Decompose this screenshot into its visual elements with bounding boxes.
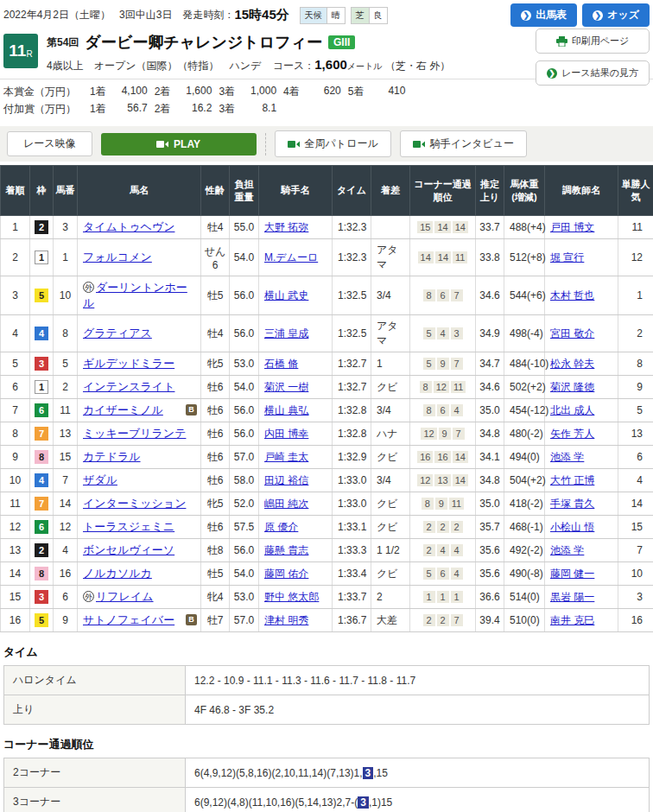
horse-name-link[interactable]: 外リフレイム xyxy=(83,590,154,603)
trainer-link[interactable]: 菊沢 隆徳 xyxy=(550,381,594,393)
trainer-link[interactable]: 戸田 博文 xyxy=(550,221,594,233)
foreign-bred-mark: 外 xyxy=(83,282,94,293)
body-weight: 510(0) xyxy=(504,609,545,632)
horse-name-link[interactable]: ザダル xyxy=(83,473,117,486)
horse-number: 16 xyxy=(54,562,78,586)
corner-order: 222 xyxy=(410,516,476,539)
finish-position: 4 xyxy=(1,315,30,352)
margin: クビ xyxy=(371,516,410,539)
horse-name-link[interactable]: フォルコメン xyxy=(83,251,152,263)
result-row: 8 7 13 ミッキーブリランテ 牡6 56.0 内田 博幸 1:32.8 ハナ… xyxy=(1,422,653,446)
horse-name-link[interactable]: カイザーミノル xyxy=(83,403,163,416)
finish-position: 13 xyxy=(1,539,30,562)
bracket-number: 5 xyxy=(35,289,48,302)
margin: 大差 xyxy=(371,609,410,632)
results-header-row: 着順 枠 馬番 馬名 性齢 負担重量 騎手名 タイム 着差 コーナー通過順位 推… xyxy=(1,166,653,216)
odds-button-label: オッズ xyxy=(607,8,639,22)
bracket-number: 4 xyxy=(35,473,48,487)
corner-order: 121314 xyxy=(410,469,476,492)
corner-order: 543 xyxy=(410,315,476,352)
trainer-link[interactable]: 宮田 敬介 xyxy=(550,327,594,339)
jockey-link[interactable]: 戸崎 圭太 xyxy=(264,451,308,463)
horse-name-link[interactable]: グラティアス xyxy=(83,327,152,339)
corner-order: 8911 xyxy=(410,492,476,516)
trainer-link[interactable]: 松永 幹夫 xyxy=(550,358,594,370)
jockey-link[interactable]: 菊沢 一樹 xyxy=(264,381,308,393)
time-section-title: タイム xyxy=(3,644,650,660)
finish-position: 15 xyxy=(1,586,30,609)
horse-name-link[interactable]: ミッキーブリランテ xyxy=(83,427,186,440)
trainer-link[interactable]: 池添 学 xyxy=(550,451,584,463)
horse-name-link[interactable]: インテンスライト xyxy=(83,380,174,393)
body-weight: 512(+8) xyxy=(504,239,545,276)
print-page-button[interactable]: 印刷用ページ xyxy=(536,29,650,54)
prize-item: 4着620 xyxy=(276,85,341,99)
carried-weight: 53.0 xyxy=(230,352,259,376)
trainer-link[interactable]: 大竹 正博 xyxy=(550,474,594,486)
trainer-link[interactable]: 藤岡 健一 xyxy=(550,568,594,580)
patrol-video-button[interactable]: 全周パトロール xyxy=(275,130,391,157)
race-conditions: 4歳以上 オープン（国際）（特指） ハンデ コース：1,600メートル （芝・右… xyxy=(47,57,450,79)
jockey-interview-button[interactable]: 騎手インタビュー xyxy=(400,130,527,157)
jockey-link[interactable]: 野中 悠太郎 xyxy=(264,591,319,603)
horse-name-link[interactable]: トーラスジェミニ xyxy=(83,520,174,533)
horse-number: 5 xyxy=(54,352,78,376)
video-bar: レース映像 PLAY 全周パトロール 騎手インタビュー xyxy=(0,126,653,162)
turf-condition-badge: 芝 良 xyxy=(351,7,388,24)
trainer-link[interactable]: 池添 学 xyxy=(550,544,584,556)
jockey-link[interactable]: 藤懸 貴志 xyxy=(264,544,308,556)
jockey-link[interactable]: 大野 拓弥 xyxy=(264,221,308,233)
bracket-number: 4 xyxy=(35,327,48,340)
bracket-number: 5 xyxy=(35,613,48,627)
horse-name-link[interactable]: タイムトゥヘヴン xyxy=(83,220,174,233)
jockey-link[interactable]: 横山 典弘 xyxy=(264,404,308,416)
jockey-link[interactable]: 藤岡 佑介 xyxy=(264,568,308,580)
meeting-day: 3回中山3日 xyxy=(119,8,172,22)
entries-button[interactable]: ❯ 出馬表 xyxy=(510,3,577,27)
horse-name-link[interactable]: サトノフェイバー xyxy=(83,613,174,626)
jockey-link[interactable]: 田辺 裕信 xyxy=(264,474,308,486)
sex-age: 牝4 xyxy=(201,586,230,609)
body-weight: 468(-1) xyxy=(504,516,545,539)
body-weight: 492(-2) xyxy=(504,539,545,562)
horse-name-link[interactable]: ボンセルヴィーソ xyxy=(83,543,174,556)
jockey-link[interactable]: 嶋田 純次 xyxy=(264,498,308,510)
sex-age: 牡4 xyxy=(201,315,230,352)
jockey-link[interactable]: M.デムーロ xyxy=(264,251,318,263)
trainer-link[interactable]: 堀 宣行 xyxy=(550,251,584,263)
sex-age: 牝5 xyxy=(201,492,230,516)
time-row-label: 上り xyxy=(4,695,186,725)
jockey-link[interactable]: 石橋 脩 xyxy=(264,358,298,370)
horse-name-link[interactable]: 外ダーリントンホール xyxy=(83,281,187,309)
trainer-link[interactable]: 南井 克巳 xyxy=(550,614,594,626)
win-popularity: 15 xyxy=(618,516,653,539)
jockey-link[interactable]: 原 優介 xyxy=(264,521,298,533)
jockey-link[interactable]: 三浦 皇成 xyxy=(264,327,308,339)
horse-name-link[interactable]: インターミッション xyxy=(83,497,186,510)
jockey-link[interactable]: 内田 博幸 xyxy=(264,428,308,440)
trainer-link[interactable]: 木村 哲也 xyxy=(550,289,594,301)
corner-row: 3コーナー 6(9,12)(4,8)(11,10,16)(5,14,13)2,7… xyxy=(4,788,650,812)
horse-name-link[interactable]: ノルカソルカ xyxy=(83,567,152,580)
last-3f-time: 33.8 xyxy=(476,239,504,276)
trainer-link[interactable]: 北出 成人 xyxy=(550,404,594,416)
play-button[interactable]: PLAY xyxy=(101,133,257,155)
jockey-link[interactable]: 横山 武史 xyxy=(264,289,308,301)
col-horse-name: 馬名 xyxy=(78,166,201,216)
main-prize-label: 本賞金（万円） xyxy=(3,85,83,99)
odds-button[interactable]: ❯ オッズ xyxy=(582,3,650,27)
horse-number: 14 xyxy=(54,492,78,516)
results-guide-button[interactable]: ❯ レース結果の見方 xyxy=(536,60,650,86)
margin: 3/4 xyxy=(371,469,410,492)
finish-position: 16 xyxy=(1,609,30,632)
trainer-link[interactable]: 黒岩 陽一 xyxy=(550,591,594,603)
last-3f-time: 39.4 xyxy=(476,609,504,632)
horse-name-link[interactable]: ギルデッドミラー xyxy=(83,357,174,370)
trainer-link[interactable]: 矢作 芳人 xyxy=(550,428,594,440)
horse-name-link[interactable]: カテドラル xyxy=(83,450,141,463)
trainer-link[interactable]: 手塚 貴久 xyxy=(550,498,594,510)
sex-age: 牡5 xyxy=(201,562,230,586)
trainer-link[interactable]: 小桧山 悟 xyxy=(550,521,594,533)
jockey-link[interactable]: 津村 明秀 xyxy=(264,614,308,626)
corner-row-label: 3コーナー xyxy=(4,788,186,812)
